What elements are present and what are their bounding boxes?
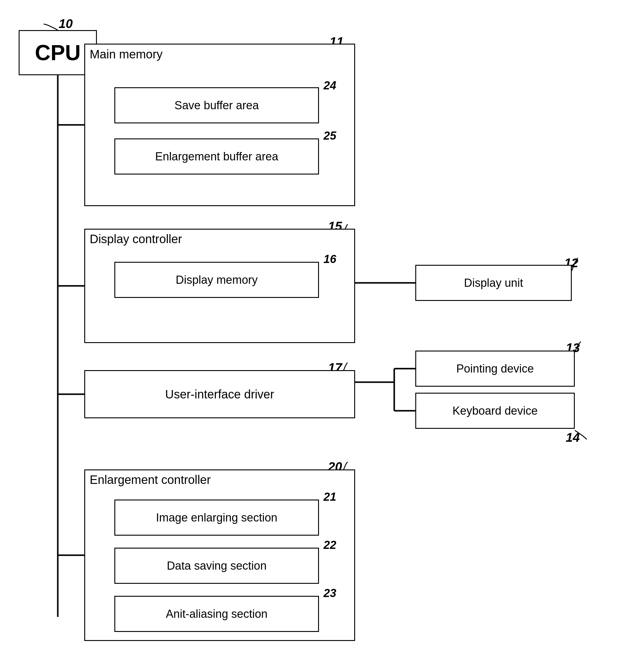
keyboard-device-label: Keyboard device xyxy=(452,405,538,417)
display-controller-label: Display controller xyxy=(90,232,182,246)
save-buffer-ref: 24 xyxy=(324,79,336,92)
data-saving-ref: 22 xyxy=(324,539,336,552)
main-memory-box xyxy=(84,44,355,206)
enlargement-controller-label: Enlargement controller xyxy=(90,473,211,487)
enlargement-buffer-label: Enlargement buffer area xyxy=(155,150,278,163)
image-enlarging-ref: 21 xyxy=(324,490,336,504)
cpu-ref-number: 10 xyxy=(59,17,73,31)
anti-aliasing-label: Anit-aliasing section xyxy=(166,608,267,621)
pointing-device-box: Pointing device xyxy=(415,350,575,387)
pointing-device-label: Pointing device xyxy=(456,362,534,375)
display-unit-box: Display unit xyxy=(415,265,572,301)
data-saving-box: Data saving section xyxy=(114,548,319,584)
image-enlarging-label: Image enlarging section xyxy=(156,511,277,524)
display-unit-label: Display unit xyxy=(464,276,523,289)
save-buffer-label: Save buffer area xyxy=(174,99,259,112)
keyboard-device-ref: 14 xyxy=(566,430,580,445)
display-memory-box: Display memory xyxy=(114,262,319,298)
anti-aliasing-ref: 23 xyxy=(324,587,336,600)
anti-aliasing-box: Anit-aliasing section xyxy=(114,596,319,632)
cpu-label: CPU xyxy=(35,40,81,65)
display-memory-label: Display memory xyxy=(176,273,258,287)
enlargement-buffer-box: Enlargement buffer area xyxy=(114,139,319,174)
display-memory-ref: 16 xyxy=(324,253,336,266)
save-buffer-box: Save buffer area xyxy=(114,87,319,123)
diagram: 10 CPU 11 Main memory 24 Save buffer are… xyxy=(0,0,644,653)
data-saving-label: Data saving section xyxy=(167,559,267,572)
enlargement-buffer-ref: 25 xyxy=(324,129,336,142)
ui-driver-label: User-interface driver xyxy=(165,388,274,401)
image-enlarging-box: Image enlarging section xyxy=(114,500,319,536)
main-memory-label: Main memory xyxy=(90,48,163,61)
ui-driver-box: User-interface driver xyxy=(84,370,355,418)
keyboard-device-box: Keyboard device xyxy=(415,393,575,429)
